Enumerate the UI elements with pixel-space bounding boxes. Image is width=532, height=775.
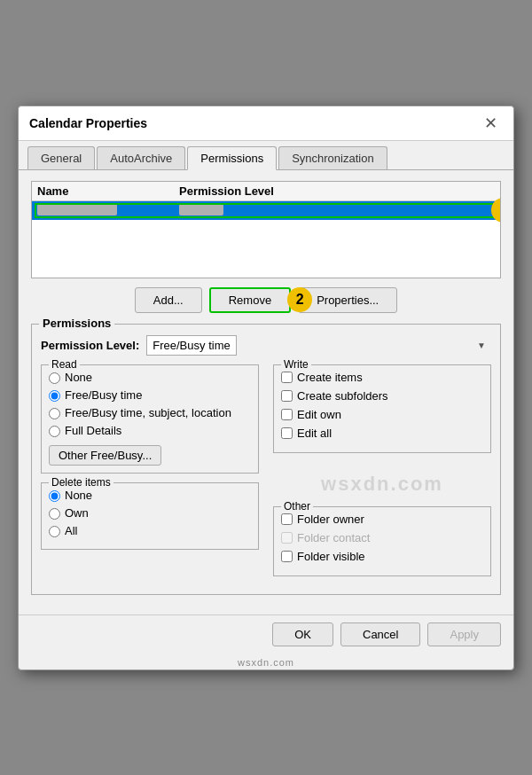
tab-autoarchive[interactable]: AutoArchive xyxy=(97,146,185,169)
permissions-columns: Read None Free/Busy time Free/Busy time,… xyxy=(41,364,491,585)
col-header-name: Name xyxy=(37,184,179,198)
apply-button[interactable]: Apply xyxy=(427,622,501,646)
remove-wrapper: Remove 2 xyxy=(209,287,291,313)
tab-synchronization[interactable]: Synchronization xyxy=(278,146,387,169)
delete-none-label: None xyxy=(65,489,92,502)
other-group: Other Folder owner Folder contact Folder… xyxy=(273,506,491,576)
table-row[interactable]: 1 xyxy=(32,201,500,220)
write-createsubfolders-checkbox[interactable] xyxy=(281,390,293,402)
write-editown-label: Edit own xyxy=(297,408,341,421)
permission-level-select-wrapper: Free/Busy time None Reviewer Author Edit… xyxy=(146,335,491,356)
write-createitems-item: Create items xyxy=(281,371,483,384)
read-freebusy-subject-item: Free/Busy time, subject, location xyxy=(49,406,251,419)
delete-all-label: All xyxy=(65,524,77,537)
write-editown-checkbox[interactable] xyxy=(281,409,293,420)
action-buttons: Add... Remove 2 Properties... xyxy=(31,287,501,313)
wsxdn-label: wsxdn.com xyxy=(19,654,513,669)
write-editall-label: Edit all xyxy=(297,427,332,440)
read-fulldetails-item: Full Details xyxy=(49,424,251,437)
properties-button[interactable]: Properties... xyxy=(298,287,397,313)
read-freebusy-subject-radio[interactable] xyxy=(49,408,60,419)
write-editall-checkbox[interactable] xyxy=(281,427,293,439)
write-editown-item: Edit own xyxy=(281,408,483,421)
other-foldercontact-item: Folder contact xyxy=(281,531,483,544)
other-foldervisible-label: Folder visible xyxy=(297,550,365,563)
delete-group-label: Delete items xyxy=(49,476,113,489)
write-group-label: Write xyxy=(281,358,311,371)
other-group-label: Other xyxy=(281,500,313,513)
permissions-group: Permissions Permission Level: Free/Busy … xyxy=(31,324,501,595)
tab-general[interactable]: General xyxy=(27,146,95,169)
other-foldercontact-label: Folder contact xyxy=(297,531,370,544)
cancel-button[interactable]: Cancel xyxy=(340,622,420,646)
read-fulldetails-radio[interactable] xyxy=(49,426,60,437)
add-button[interactable]: Add... xyxy=(135,287,202,313)
other-foldervisible-item: Folder visible xyxy=(281,550,483,563)
title-bar: Calendar Properties ✕ xyxy=(19,106,513,141)
delete-none-radio[interactable] xyxy=(49,490,60,502)
read-freebusy-subject-label: Free/Busy time, subject, location xyxy=(65,406,231,419)
other-folderowner-checkbox[interactable] xyxy=(281,513,293,525)
write-createsubfolders-label: Create subfolders xyxy=(297,389,388,403)
badge-1: 1 xyxy=(491,198,501,223)
dialog-title: Calendar Properties xyxy=(29,116,147,130)
read-freebusy-item: Free/Busy time xyxy=(49,388,251,402)
watermark-text: wsxdn.com xyxy=(321,473,443,496)
col-header-level: Permission Level xyxy=(179,184,495,198)
permission-level-label: Permission Level: xyxy=(41,339,139,352)
list-header: Name Permission Level xyxy=(32,182,500,201)
write-createitems-label: Create items xyxy=(297,371,363,384)
delete-all-radio[interactable] xyxy=(49,526,60,537)
other-folderowner-label: Folder owner xyxy=(297,513,364,526)
delete-group: Delete items None Own All xyxy=(41,482,259,550)
delete-none-item: None xyxy=(49,489,251,502)
other-foldercontact-checkbox xyxy=(281,532,293,544)
ok-button[interactable]: OK xyxy=(272,622,333,646)
read-freebusy-label: Free/Busy time xyxy=(65,388,142,402)
write-group: Write Create items Create subfolders Edi… xyxy=(273,364,491,453)
read-none-radio[interactable] xyxy=(49,372,60,384)
row-level xyxy=(179,204,495,217)
read-group-label: Read xyxy=(49,358,80,371)
close-button[interactable]: ✕ xyxy=(479,114,503,133)
delete-own-item: Own xyxy=(49,506,251,520)
main-content: Name Permission Level 1 Add... xyxy=(19,170,513,615)
select-arrow-icon: ▼ xyxy=(477,341,486,350)
write-editall-item: Edit all xyxy=(281,427,483,440)
write-createsubfolders-item: Create subfolders xyxy=(281,389,483,403)
other-freebusy-button[interactable]: Other Free/Busy... xyxy=(49,445,161,466)
remove-button[interactable]: Remove xyxy=(209,287,291,313)
other-folderowner-item: Folder owner xyxy=(281,513,483,526)
other-foldervisible-checkbox[interactable] xyxy=(281,551,293,562)
delete-own-radio[interactable] xyxy=(49,508,60,520)
tab-bar: General AutoArchive Permissions Synchron… xyxy=(19,141,513,170)
read-group: Read None Free/Busy time Free/Busy time,… xyxy=(41,364,259,474)
read-none-item: None xyxy=(49,371,251,384)
read-fulldetails-label: Full Details xyxy=(65,424,121,437)
permission-level-row: Permission Level: Free/Busy time None Re… xyxy=(41,335,491,356)
read-none-label: None xyxy=(65,371,92,384)
tab-permissions[interactable]: Permissions xyxy=(187,146,277,170)
permissions-group-label: Permissions xyxy=(39,317,114,330)
permission-level-select[interactable]: Free/Busy time None Reviewer Author Edit… xyxy=(146,335,237,356)
delete-own-label: Own xyxy=(65,506,89,520)
read-freebusy-radio[interactable] xyxy=(49,390,60,402)
delete-all-item: All xyxy=(49,524,251,537)
badge-2: 2 xyxy=(287,287,312,312)
user-list[interactable]: Name Permission Level 1 xyxy=(31,181,501,278)
calendar-properties-dialog: Calendar Properties ✕ General AutoArchiv… xyxy=(18,106,514,670)
dialog-footer: OK Cancel Apply xyxy=(19,615,513,654)
left-column: Read None Free/Busy time Free/Busy time,… xyxy=(41,364,259,585)
row-name xyxy=(37,204,179,217)
right-column: Write Create items Create subfolders Edi… xyxy=(273,364,491,585)
write-createitems-checkbox[interactable] xyxy=(281,372,293,383)
